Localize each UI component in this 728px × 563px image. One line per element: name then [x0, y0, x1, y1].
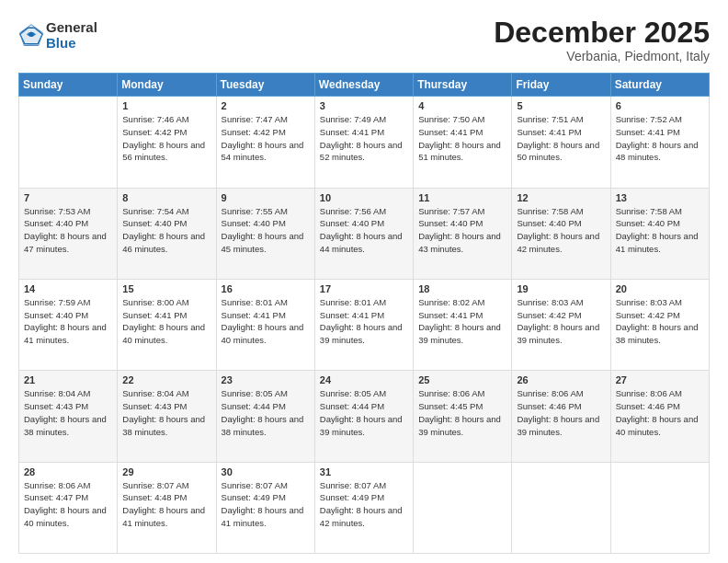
sunset-text: Sunset: 4:43 PM	[24, 401, 88, 411]
calendar-cell: 29Sunrise: 8:07 AMSunset: 4:48 PMDayligh…	[118, 462, 216, 553]
calendar-cell: 13Sunrise: 7:58 AMSunset: 4:40 PMDayligh…	[610, 188, 709, 279]
sunset-text: Sunset: 4:42 PM	[517, 310, 581, 320]
sunrise-text: Sunrise: 7:58 AM	[616, 206, 682, 216]
calendar-cell: 3Sunrise: 7:49 AMSunset: 4:41 PMDaylight…	[314, 97, 413, 188]
sunrise-text: Sunrise: 8:04 AM	[24, 388, 90, 398]
sunset-text: Sunset: 4:46 PM	[517, 401, 581, 411]
sunset-text: Sunset: 4:41 PM	[122, 310, 187, 320]
daylight-text: Daylight: 8 hours and 41 minutes.	[222, 505, 304, 528]
day-info: Sunrise: 7:59 AMSunset: 4:40 PMDaylight:…	[24, 296, 112, 347]
calendar-cell: 23Sunrise: 8:05 AMSunset: 4:44 PMDayligh…	[216, 371, 314, 462]
calendar-cell	[512, 462, 610, 553]
calendar-header-wednesday: Wednesday	[314, 74, 413, 97]
day-info: Sunrise: 8:00 AMSunset: 4:41 PMDaylight:…	[122, 296, 210, 347]
day-info: Sunrise: 8:06 AMSunset: 4:46 PMDaylight:…	[517, 387, 605, 438]
day-info: Sunrise: 7:57 AMSunset: 4:40 PMDaylight:…	[418, 205, 506, 256]
day-number: 26	[517, 374, 605, 385]
sunset-text: Sunset: 4:40 PM	[122, 218, 187, 228]
sunset-text: Sunset: 4:41 PM	[320, 127, 384, 137]
daylight-text: Daylight: 8 hours and 39 minutes.	[320, 414, 403, 437]
daylight-text: Daylight: 8 hours and 40 minutes.	[24, 505, 107, 528]
day-number: 31	[320, 466, 408, 477]
day-number: 14	[24, 283, 112, 294]
day-number: 3	[320, 100, 408, 111]
day-number: 16	[222, 283, 310, 294]
title-area: December 2025 Verbania, Piedmont, Italy	[494, 17, 710, 63]
daylight-text: Daylight: 8 hours and 38 minutes.	[616, 322, 699, 345]
day-number: 1	[122, 100, 210, 111]
daylight-text: Daylight: 8 hours and 45 minutes.	[222, 231, 304, 254]
sunset-text: Sunset: 4:42 PM	[222, 127, 286, 137]
sunrise-text: Sunrise: 8:02 AM	[418, 297, 484, 307]
sunrise-text: Sunrise: 8:06 AM	[418, 388, 484, 398]
calendar-cell: 7Sunrise: 7:53 AMSunset: 4:40 PMDaylight…	[19, 188, 118, 279]
sunrise-text: Sunrise: 8:06 AM	[24, 480, 90, 490]
day-info: Sunrise: 8:01 AMSunset: 4:41 PMDaylight:…	[320, 296, 408, 347]
calendar-cell: 31Sunrise: 8:07 AMSunset: 4:49 PMDayligh…	[314, 462, 413, 553]
daylight-text: Daylight: 8 hours and 38 minutes.	[24, 414, 107, 437]
day-number: 22	[122, 374, 210, 385]
logo-icon	[18, 23, 44, 49]
calendar-cell: 12Sunrise: 7:58 AMSunset: 4:40 PMDayligh…	[512, 188, 610, 279]
daylight-text: Daylight: 8 hours and 39 minutes.	[418, 322, 501, 345]
daylight-text: Daylight: 8 hours and 46 minutes.	[122, 231, 205, 254]
sunset-text: Sunset: 4:42 PM	[122, 127, 187, 137]
calendar-cell: 6Sunrise: 7:52 AMSunset: 4:41 PMDaylight…	[610, 97, 709, 188]
day-info: Sunrise: 8:07 AMSunset: 4:48 PMDaylight:…	[122, 479, 210, 530]
day-info: Sunrise: 7:51 AMSunset: 4:41 PMDaylight:…	[517, 113, 605, 164]
calendar-header-sunday: Sunday	[19, 74, 118, 97]
day-number: 12	[517, 192, 605, 203]
daylight-text: Daylight: 8 hours and 41 minutes.	[122, 505, 205, 528]
calendar-cell: 17Sunrise: 8:01 AMSunset: 4:41 PMDayligh…	[314, 279, 413, 370]
calendar-week-1: 1Sunrise: 7:46 AMSunset: 4:42 PMDaylight…	[19, 97, 710, 188]
day-number: 29	[122, 466, 210, 477]
logo-text: General Blue	[46, 20, 97, 51]
day-number: 25	[418, 374, 506, 385]
sunrise-text: Sunrise: 7:50 AM	[418, 114, 484, 124]
day-info: Sunrise: 7:50 AMSunset: 4:41 PMDaylight:…	[418, 113, 506, 164]
daylight-text: Daylight: 8 hours and 43 minutes.	[418, 231, 501, 254]
sunset-text: Sunset: 4:41 PM	[517, 127, 581, 137]
day-info: Sunrise: 8:05 AMSunset: 4:44 PMDaylight:…	[320, 387, 408, 438]
day-info: Sunrise: 8:04 AMSunset: 4:43 PMDaylight:…	[24, 387, 112, 438]
calendar-header-saturday: Saturday	[610, 74, 709, 97]
day-info: Sunrise: 8:07 AMSunset: 4:49 PMDaylight:…	[320, 479, 408, 530]
calendar-header-monday: Monday	[118, 74, 216, 97]
sunset-text: Sunset: 4:44 PM	[222, 401, 286, 411]
day-number: 10	[320, 192, 408, 203]
calendar-cell: 18Sunrise: 8:02 AMSunset: 4:41 PMDayligh…	[414, 279, 512, 370]
sunrise-text: Sunrise: 8:04 AM	[122, 388, 188, 398]
calendar-cell: 26Sunrise: 8:06 AMSunset: 4:46 PMDayligh…	[512, 371, 610, 462]
sunset-text: Sunset: 4:40 PM	[24, 218, 88, 228]
sunrise-text: Sunrise: 7:53 AM	[24, 206, 90, 216]
calendar-week-3: 14Sunrise: 7:59 AMSunset: 4:40 PMDayligh…	[19, 279, 710, 370]
logo-general-text: General	[46, 20, 97, 36]
day-info: Sunrise: 7:47 AMSunset: 4:42 PMDaylight:…	[222, 113, 310, 164]
calendar-cell: 15Sunrise: 8:00 AMSunset: 4:41 PMDayligh…	[118, 279, 216, 370]
sunrise-text: Sunrise: 8:07 AM	[222, 480, 288, 490]
calendar-cell: 19Sunrise: 8:03 AMSunset: 4:42 PMDayligh…	[512, 279, 610, 370]
calendar-week-4: 21Sunrise: 8:04 AMSunset: 4:43 PMDayligh…	[19, 371, 710, 462]
calendar-cell: 22Sunrise: 8:04 AMSunset: 4:43 PMDayligh…	[118, 371, 216, 462]
calendar-cell: 11Sunrise: 7:57 AMSunset: 4:40 PMDayligh…	[414, 188, 512, 279]
daylight-text: Daylight: 8 hours and 41 minutes.	[616, 231, 699, 254]
calendar-cell	[19, 97, 118, 188]
day-number: 8	[122, 192, 210, 203]
daylight-text: Daylight: 8 hours and 51 minutes.	[418, 140, 501, 163]
calendar-cell: 25Sunrise: 8:06 AMSunset: 4:45 PMDayligh…	[414, 371, 512, 462]
day-number: 28	[24, 466, 112, 477]
day-number: 9	[222, 192, 310, 203]
day-info: Sunrise: 7:56 AMSunset: 4:40 PMDaylight:…	[320, 205, 408, 256]
sunrise-text: Sunrise: 8:01 AM	[320, 297, 386, 307]
logo: General Blue	[18, 20, 97, 51]
sunset-text: Sunset: 4:47 PM	[24, 492, 88, 502]
daylight-text: Daylight: 8 hours and 54 minutes.	[222, 140, 304, 163]
daylight-text: Daylight: 8 hours and 40 minutes.	[222, 322, 304, 345]
day-info: Sunrise: 8:03 AMSunset: 4:42 PMDaylight:…	[616, 296, 704, 347]
month-title: December 2025	[494, 17, 710, 49]
sunset-text: Sunset: 4:41 PM	[222, 310, 286, 320]
sunset-text: Sunset: 4:40 PM	[517, 218, 581, 228]
day-number: 11	[418, 192, 506, 203]
day-number: 21	[24, 374, 112, 385]
daylight-text: Daylight: 8 hours and 42 minutes.	[517, 231, 599, 254]
